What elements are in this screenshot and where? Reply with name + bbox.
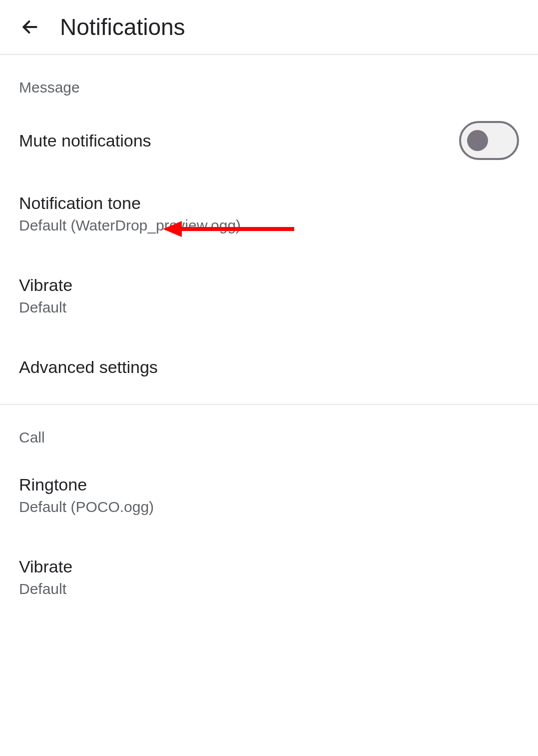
advanced-settings-row[interactable]: Advanced settings: [0, 332, 538, 398]
ringtone-value: Default (POCO.ogg): [19, 498, 154, 516]
mute-notifications-row[interactable]: Mute notifications: [0, 105, 538, 176]
message-vibrate-row[interactable]: Vibrate Default: [0, 250, 538, 332]
notification-tone-label: Notification tone: [19, 194, 241, 213]
ringtone-label: Ringtone: [19, 475, 154, 494]
notification-tone-row[interactable]: Notification tone Default (WaterDrop_pre…: [0, 176, 538, 250]
page-title: Notifications: [60, 14, 185, 40]
advanced-settings-label: Advanced settings: [19, 358, 158, 377]
header-bar: Notifications: [0, 0, 538, 55]
ringtone-row[interactable]: Ringtone Default (POCO.ogg): [0, 455, 538, 532]
back-arrow-icon[interactable]: [20, 17, 40, 37]
section-header-message: Message: [0, 55, 538, 105]
notification-tone-value: Default (WaterDrop_preview.ogg): [19, 217, 241, 234]
mute-label: Mute notifications: [19, 131, 151, 150]
mute-switch[interactable]: [459, 121, 519, 160]
message-vibrate-label: Vibrate: [19, 276, 72, 295]
call-vibrate-value: Default: [19, 580, 72, 598]
call-vibrate-row[interactable]: Vibrate Default: [0, 532, 538, 614]
message-vibrate-value: Default: [19, 299, 72, 316]
call-vibrate-label: Vibrate: [19, 557, 72, 576]
section-header-call: Call: [0, 405, 538, 455]
